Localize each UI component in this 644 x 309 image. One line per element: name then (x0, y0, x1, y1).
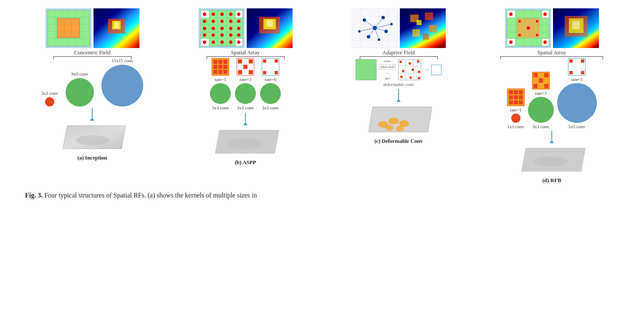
svg-point-52 (203, 33, 206, 37)
svg-point-131 (402, 70, 404, 72)
svg-point-56 (237, 33, 240, 37)
svg-point-195 (534, 157, 568, 167)
deform-output (431, 65, 442, 75)
svg-point-37 (203, 13, 206, 16)
svg-rect-122 (356, 60, 376, 79)
svg-rect-179 (509, 100, 513, 104)
aspp-block: Spatial Array (170, 8, 321, 184)
rfb-conv-3: 3x3 conv (532, 124, 549, 129)
svg-rect-65 (266, 20, 273, 27)
rfb-grid-svg (505, 8, 551, 48)
inception-circle-sm: 3x3 conv (41, 91, 58, 106)
rfb-rate5: rate=5 5x5 conv (557, 58, 597, 129)
svg-point-163 (518, 20, 521, 23)
deformable-caption: (c) Deformable Conv (374, 138, 423, 144)
svg-point-135 (409, 76, 412, 79)
rfb-kernel-5 (568, 58, 586, 76)
svg-rect-184 (544, 73, 548, 77)
svg-rect-75 (223, 70, 227, 74)
svg-rect-116 (425, 13, 433, 20)
svg-point-159 (509, 13, 513, 16)
svg-rect-178 (519, 95, 523, 99)
rfb-arrow-head (550, 140, 554, 143)
svg-point-161 (509, 41, 513, 44)
svg-rect-114 (400, 8, 446, 48)
svg-rect-191 (569, 71, 573, 74)
rfb-top-images (505, 8, 599, 48)
aspp-caption: (b) ASPP (235, 159, 256, 166)
svg-rect-118 (412, 29, 420, 37)
svg-rect-119 (423, 33, 429, 40)
svg-rect-120 (417, 20, 422, 25)
svg-point-49 (220, 27, 224, 30)
aspp-circle-6 (260, 83, 281, 104)
aspp-conv-1: 3x3 conv (212, 105, 229, 110)
inception-grid-svg (45, 8, 91, 48)
rfb-conv-1: 1x1 conv (507, 124, 524, 129)
svg-rect-190 (581, 59, 584, 63)
aspp-kernel-3 (237, 58, 254, 76)
svg-rect-83 (263, 59, 266, 63)
svg-rect-77 (238, 59, 242, 63)
inception-block: Concentric Field 3x3 conv 9x9 conv 15x15 (17, 8, 168, 184)
svg-rect-69 (223, 60, 227, 64)
svg-point-130 (417, 60, 419, 63)
inception-arrow-fm (55, 108, 130, 153)
deformable-heatmap-svg (400, 8, 446, 48)
deform-conv-label: conv (384, 59, 391, 63)
svg-rect-185 (533, 84, 538, 88)
svg-rect-183 (533, 73, 538, 77)
small-circle (45, 97, 54, 106)
large-circle (101, 65, 143, 106)
rfb-rate-label-5: rate=5 (571, 77, 583, 82)
aspp-arrow-line (245, 113, 246, 122)
svg-rect-11 (57, 18, 80, 38)
svg-point-38 (212, 13, 215, 16)
medium-circle (66, 78, 94, 106)
main-container: Concentric Field 3x3 conv 9x9 conv 15x15 (0, 0, 644, 309)
rfb-bracket: Spatial Array (491, 49, 612, 57)
svg-point-55 (229, 33, 232, 37)
svg-rect-71 (218, 65, 222, 69)
svg-point-53 (212, 33, 215, 37)
svg-point-162 (543, 41, 547, 44)
svg-point-128 (399, 61, 402, 63)
rfb-arrow-line (551, 131, 552, 140)
deformable-field-label: Adaptive Field (382, 49, 415, 56)
svg-point-166 (536, 34, 538, 36)
rfb-rate3: rate=3 3x3 conv (528, 72, 554, 129)
svg-rect-19 (114, 22, 119, 28)
svg-point-47 (203, 27, 206, 30)
svg-rect-180 (514, 100, 518, 104)
inception-heatmap-svg (93, 8, 139, 48)
svg-rect-85 (263, 71, 266, 74)
svg-rect-70 (213, 65, 217, 69)
svg-point-59 (220, 41, 224, 44)
svg-rect-86 (275, 71, 278, 74)
svg-point-54 (220, 33, 224, 37)
svg-point-133 (418, 71, 420, 73)
svg-rect-181 (519, 100, 523, 104)
aspp-kernels: rate=1 3x3 conv rate=3 (210, 58, 281, 110)
deform-offset-label: offset field (379, 64, 396, 70)
deform-arrow-head (397, 99, 401, 102)
svg-point-51 (237, 27, 240, 30)
rfb-circle-5 (557, 83, 597, 123)
deformable-feature-map (360, 103, 437, 136)
svg-point-39 (220, 13, 224, 16)
deform-arrow-right2: → (424, 67, 429, 73)
rfb-field-label: Spatial Array (538, 49, 566, 56)
aspp-rate1: rate=1 3x3 conv (210, 58, 231, 110)
rfb-rate-label-3: rate=3 (535, 91, 546, 96)
deform-input (356, 59, 376, 80)
deformable-bracket: Adaptive Field (353, 49, 444, 57)
inception-circle-md: 9x9 conv (66, 71, 94, 106)
svg-rect-176 (509, 95, 513, 99)
deformable-label: deformable conv (383, 82, 414, 87)
conv-label-0: 3x3 conv (41, 91, 58, 96)
svg-point-42 (203, 20, 206, 23)
aspp-heatmap-svg (247, 8, 293, 48)
rfb-heatmap-svg (553, 8, 599, 48)
svg-rect-80 (249, 70, 253, 74)
svg-rect-117 (429, 25, 437, 33)
